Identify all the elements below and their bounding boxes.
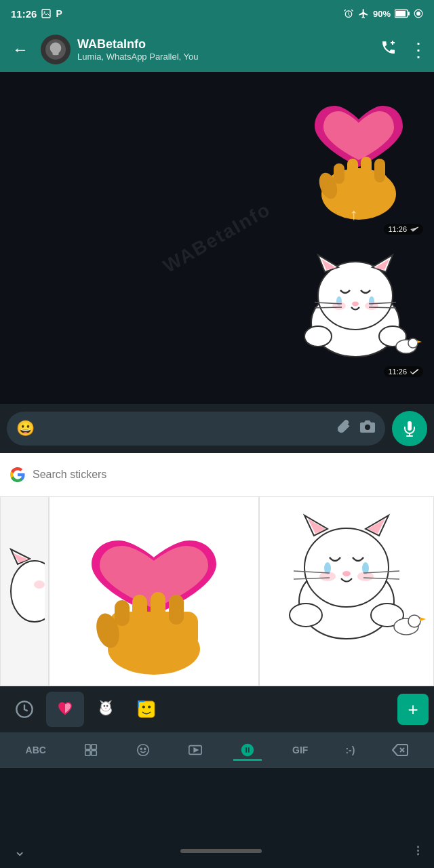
sticker-search-input[interactable] [33,469,425,481]
svg-point-80 [142,705,145,708]
svg-point-32 [304,326,332,347]
svg-marker-75 [108,701,111,703]
svg-point-37 [365,425,370,430]
avatar-image [45,39,66,60]
timestamp-2: 11:26 [384,366,423,377]
svg-rect-85 [92,750,96,755]
keyboard-sticker-button[interactable] [233,738,262,761]
svg-point-40 [11,561,45,622]
svg-rect-0 [42,9,50,18]
add-sticker-button[interactable]: + [397,694,429,725]
svg-point-7 [416,12,420,16]
svg-point-25 [352,302,359,307]
keyboard-gif-button[interactable]: GIF [285,741,315,760]
svg-point-76 [104,705,106,707]
svg-line-31 [369,307,396,308]
svg-point-43 [34,580,45,589]
sticker-tab-emoji-sticker[interactable] [127,692,165,727]
call-button[interactable] [380,39,397,60]
svg-rect-47 [132,595,147,625]
svg-point-86 [138,744,149,755]
camera-button[interactable] [359,418,376,439]
svg-rect-46 [115,600,130,626]
keyboard-sticker-keyboard-button[interactable] [77,738,105,762]
sticker-image-2 [288,248,423,363]
header-icons: ⋮ [380,39,427,61]
keyboard-grid-button[interactable]: ⁝ [416,842,420,860]
watermark: WABetaInfo [159,199,274,277]
svg-marker-74 [100,701,104,703]
google-logo [9,467,26,483]
svg-point-69 [408,615,420,627]
svg-rect-4 [408,12,410,16]
emoji-button[interactable]: 😀 [16,420,35,437]
svg-rect-5 [395,11,406,16]
svg-rect-14 [374,159,385,182]
svg-point-59 [342,571,351,576]
svg-point-87 [140,748,142,749]
keyboard-gifsticker-button[interactable] [181,738,210,762]
svg-point-52 [304,528,389,607]
svg-rect-82 [85,744,90,749]
avatar[interactable] [41,35,71,64]
battery-percent: 90% [373,9,391,19]
svg-rect-79 [138,701,155,717]
svg-line-29 [315,307,342,308]
chat-area: WABetaInfo ↑ 11 [0,72,434,404]
svg-point-81 [148,705,151,708]
svg-point-45 [108,623,200,675]
svg-point-18 [318,262,393,330]
svg-point-88 [144,748,146,749]
keyboard-main-area: ⌄ ⁝ [0,768,434,868]
message-input[interactable] [43,422,328,435]
alarm-status-icon [343,8,354,19]
keyboard-chevron-down[interactable]: ⌄ [14,842,26,860]
sticker-tab-cat[interactable] [87,692,125,727]
chat-header: ← WABetaInfo Lumia, WhatsApp Parallel, Y… [0,27,434,72]
p-icon: P [56,8,62,19]
sticker-tab-recent[interactable] [5,692,43,727]
sticker-message-2: 11:26 [288,248,423,377]
keyboard-emoji-button[interactable] [129,738,157,762]
svg-rect-13 [361,157,372,182]
sticker-cell-cat[interactable] [259,496,434,686]
gallery-status-icon [41,8,52,19]
svg-rect-48 [151,592,165,625]
contact-name: WABetaInfo [77,37,374,52]
svg-marker-90 [194,748,198,752]
svg-point-78 [105,708,107,709]
message-input-wrapper: 😀 [7,412,385,446]
svg-marker-36 [417,340,422,343]
svg-marker-70 [420,617,426,621]
svg-point-77 [106,705,108,707]
svg-point-35 [408,338,418,348]
sticker-image-1: ↑ [294,79,423,221]
back-button[interactable]: ← [7,37,34,62]
attach-button[interactable] [336,419,351,438]
timestamp-1: 11:26 [384,224,423,235]
svg-text:↑: ↑ [350,205,358,221]
contact-info: WABetaInfo Lumia, WhatsApp Parallel, You [77,37,374,62]
mic-button[interactable] [392,411,427,446]
airplane-status-icon [358,8,369,19]
sticker-cell-partial[interactable] [0,496,49,686]
keyboard-shortcuts-row: ABC GIF :-) [0,732,434,768]
sticker-message-1: ↑ 11:26 [294,79,423,235]
keyboard-home-indicator [180,849,262,853]
keyboard-emoticon-button[interactable]: :-) [338,741,361,760]
keyboard-bottom-row: ⌄ ⁝ [0,842,434,860]
keyboard-backspace-button[interactable] [385,738,415,762]
svg-rect-83 [92,744,96,749]
status-bar: 11:26 P 90% [0,0,434,27]
sticker-search-bar [0,453,434,496]
battery-status-icon [395,9,410,18]
sticker-grid [0,496,434,686]
sticker-tab-hearts[interactable] [46,692,84,727]
status-time: 11:26 [11,8,37,20]
keyboard-abc-button[interactable]: ABC [19,741,53,760]
screen-record-icon [414,9,423,18]
svg-point-66 [290,604,322,627]
menu-button[interactable]: ⋮ [409,39,427,61]
sticker-tabs: + [0,686,434,732]
sticker-cell-heart[interactable] [49,496,259,686]
